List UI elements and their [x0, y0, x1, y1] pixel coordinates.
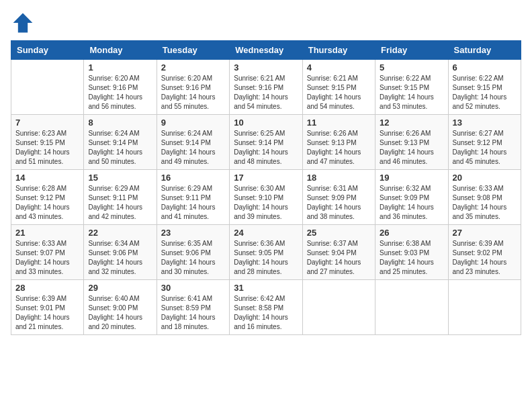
calendar-cell — [375, 280, 448, 335]
calendar-header-saturday: Saturday — [448, 41, 521, 60]
calendar-cell: 27Sunrise: 6:39 AM Sunset: 9:02 PM Dayli… — [448, 225, 521, 280]
day-info: Sunrise: 6:32 AM Sunset: 9:09 PM Dayligh… — [380, 184, 443, 222]
day-info: Sunrise: 6:26 AM Sunset: 9:13 PM Dayligh… — [307, 129, 371, 167]
calendar-cell: 12Sunrise: 6:26 AM Sunset: 9:13 PM Dayli… — [375, 115, 448, 170]
day-info: Sunrise: 6:29 AM Sunset: 9:11 PM Dayligh… — [88, 184, 152, 222]
day-info: Sunrise: 6:25 AM Sunset: 9:14 PM Dayligh… — [234, 129, 298, 167]
calendar-cell: 4Sunrise: 6:21 AM Sunset: 9:15 PM Daylig… — [302, 60, 375, 115]
day-info: Sunrise: 6:26 AM Sunset: 9:13 PM Dayligh… — [380, 129, 443, 167]
day-info: Sunrise: 6:22 AM Sunset: 9:15 PM Dayligh… — [380, 74, 443, 111]
logo — [11, 11, 38, 35]
day-number: 22 — [88, 228, 152, 238]
day-info: Sunrise: 6:23 AM Sunset: 9:15 PM Dayligh… — [15, 129, 79, 167]
calendar-cell: 6Sunrise: 6:22 AM Sunset: 9:15 PM Daylig… — [448, 60, 521, 115]
calendar-header-monday: Monday — [84, 41, 157, 60]
calendar-week-row: 7Sunrise: 6:23 AM Sunset: 9:15 PM Daylig… — [11, 115, 521, 170]
calendar-cell: 3Sunrise: 6:21 AM Sunset: 9:16 PM Daylig… — [230, 60, 302, 115]
calendar-cell: 31Sunrise: 6:42 AM Sunset: 8:58 PM Dayli… — [230, 280, 302, 335]
calendar-cell: 17Sunrise: 6:30 AM Sunset: 9:10 PM Dayli… — [230, 170, 302, 225]
day-number: 1 — [88, 62, 152, 73]
calendar-header-tuesday: Tuesday — [157, 41, 229, 60]
day-number: 31 — [234, 283, 298, 293]
day-number: 8 — [88, 118, 152, 128]
day-info: Sunrise: 6:21 AM Sunset: 9:15 PM Dayligh… — [307, 74, 371, 111]
calendar-cell: 26Sunrise: 6:38 AM Sunset: 9:03 PM Dayli… — [375, 225, 448, 280]
day-number: 6 — [453, 62, 517, 73]
day-number: 16 — [161, 173, 225, 183]
day-number: 15 — [88, 173, 152, 183]
day-number: 25 — [307, 228, 371, 238]
calendar-cell: 11Sunrise: 6:26 AM Sunset: 9:13 PM Dayli… — [302, 115, 375, 170]
calendar-cell — [11, 60, 84, 115]
day-number: 29 — [88, 283, 152, 293]
page-header — [11, 11, 521, 35]
calendar-cell: 7Sunrise: 6:23 AM Sunset: 9:15 PM Daylig… — [11, 115, 84, 170]
day-number: 11 — [307, 118, 371, 128]
day-number: 28 — [15, 283, 79, 293]
day-info: Sunrise: 6:40 AM Sunset: 9:00 PM Dayligh… — [88, 294, 152, 332]
calendar-header-thursday: Thursday — [302, 41, 375, 60]
calendar-week-row: 21Sunrise: 6:33 AM Sunset: 9:07 PM Dayli… — [11, 225, 521, 280]
calendar-table: SundayMondayTuesdayWednesdayThursdayFrid… — [11, 40, 521, 335]
calendar-cell — [302, 280, 375, 335]
day-number: 17 — [234, 173, 298, 183]
day-number: 9 — [161, 118, 225, 128]
calendar-cell: 30Sunrise: 6:41 AM Sunset: 8:59 PM Dayli… — [157, 280, 229, 335]
calendar-cell: 22Sunrise: 6:34 AM Sunset: 9:06 PM Dayli… — [84, 225, 157, 280]
calendar-cell: 24Sunrise: 6:36 AM Sunset: 9:05 PM Dayli… — [230, 225, 302, 280]
calendar-cell: 5Sunrise: 6:22 AM Sunset: 9:15 PM Daylig… — [375, 60, 448, 115]
day-number: 5 — [380, 62, 443, 73]
calendar-cell: 9Sunrise: 6:24 AM Sunset: 9:14 PM Daylig… — [157, 115, 229, 170]
calendar-cell: 2Sunrise: 6:20 AM Sunset: 9:16 PM Daylig… — [157, 60, 229, 115]
day-info: Sunrise: 6:38 AM Sunset: 9:03 PM Dayligh… — [380, 239, 443, 277]
calendar-week-row: 14Sunrise: 6:28 AM Sunset: 9:12 PM Dayli… — [11, 170, 521, 225]
day-info: Sunrise: 6:39 AM Sunset: 9:01 PM Dayligh… — [15, 294, 79, 332]
calendar-header-wednesday: Wednesday — [230, 41, 302, 60]
day-info: Sunrise: 6:37 AM Sunset: 9:04 PM Dayligh… — [307, 239, 371, 277]
day-number: 21 — [15, 228, 79, 238]
calendar-cell: 1Sunrise: 6:20 AM Sunset: 9:16 PM Daylig… — [84, 60, 157, 115]
day-number: 10 — [234, 118, 298, 128]
day-number: 4 — [307, 62, 371, 73]
day-info: Sunrise: 6:42 AM Sunset: 8:58 PM Dayligh… — [234, 294, 298, 332]
calendar-cell: 23Sunrise: 6:35 AM Sunset: 9:06 PM Dayli… — [157, 225, 229, 280]
day-number: 27 — [453, 228, 517, 238]
day-number: 13 — [453, 118, 517, 128]
day-info: Sunrise: 6:29 AM Sunset: 9:11 PM Dayligh… — [161, 184, 225, 222]
calendar-cell: 21Sunrise: 6:33 AM Sunset: 9:07 PM Dayli… — [11, 225, 84, 280]
calendar-header-sunday: Sunday — [11, 41, 84, 60]
calendar-cell — [448, 280, 521, 335]
calendar-header-friday: Friday — [375, 41, 448, 60]
day-number: 7 — [15, 118, 79, 128]
day-number: 26 — [380, 228, 443, 238]
calendar-cell: 19Sunrise: 6:32 AM Sunset: 9:09 PM Dayli… — [375, 170, 448, 225]
svg-marker-0 — [13, 13, 33, 33]
day-number: 3 — [234, 62, 298, 73]
logo-icon — [11, 11, 35, 35]
calendar-cell: 25Sunrise: 6:37 AM Sunset: 9:04 PM Dayli… — [302, 225, 375, 280]
calendar-cell: 29Sunrise: 6:40 AM Sunset: 9:00 PM Dayli… — [84, 280, 157, 335]
day-info: Sunrise: 6:22 AM Sunset: 9:15 PM Dayligh… — [453, 74, 517, 111]
calendar-week-row: 1Sunrise: 6:20 AM Sunset: 9:16 PM Daylig… — [11, 60, 521, 115]
day-number: 20 — [453, 173, 517, 183]
day-info: Sunrise: 6:30 AM Sunset: 9:10 PM Dayligh… — [234, 184, 298, 222]
calendar-cell: 18Sunrise: 6:31 AM Sunset: 9:09 PM Dayli… — [302, 170, 375, 225]
calendar-week-row: 28Sunrise: 6:39 AM Sunset: 9:01 PM Dayli… — [11, 280, 521, 335]
day-number: 14 — [15, 173, 79, 183]
calendar-header-row: SundayMondayTuesdayWednesdayThursdayFrid… — [11, 41, 521, 60]
day-info: Sunrise: 6:39 AM Sunset: 9:02 PM Dayligh… — [453, 239, 517, 277]
calendar-cell: 10Sunrise: 6:25 AM Sunset: 9:14 PM Dayli… — [230, 115, 302, 170]
day-info: Sunrise: 6:20 AM Sunset: 9:16 PM Dayligh… — [161, 74, 225, 111]
day-info: Sunrise: 6:31 AM Sunset: 9:09 PM Dayligh… — [307, 184, 371, 222]
calendar-cell: 8Sunrise: 6:24 AM Sunset: 9:14 PM Daylig… — [84, 115, 157, 170]
day-number: 2 — [161, 62, 225, 73]
day-info: Sunrise: 6:33 AM Sunset: 9:07 PM Dayligh… — [15, 239, 79, 277]
day-info: Sunrise: 6:33 AM Sunset: 9:08 PM Dayligh… — [453, 184, 517, 222]
day-info: Sunrise: 6:41 AM Sunset: 8:59 PM Dayligh… — [161, 294, 225, 332]
calendar-cell: 14Sunrise: 6:28 AM Sunset: 9:12 PM Dayli… — [11, 170, 84, 225]
calendar-cell: 28Sunrise: 6:39 AM Sunset: 9:01 PM Dayli… — [11, 280, 84, 335]
day-number: 19 — [380, 173, 443, 183]
day-number: 23 — [161, 228, 225, 238]
day-number: 12 — [380, 118, 443, 128]
day-number: 30 — [161, 283, 225, 293]
